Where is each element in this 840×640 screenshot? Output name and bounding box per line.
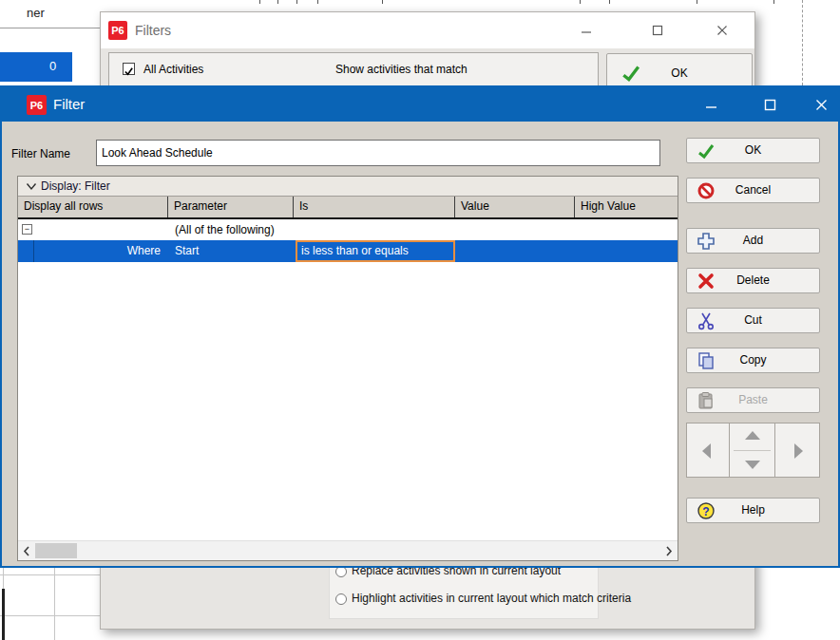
minimize-icon[interactable] (569, 16, 603, 45)
background-gridline (0, 615, 100, 616)
arrow-down-icon (745, 461, 760, 469)
check-icon (124, 66, 134, 77)
move-up-down-button[interactable] (729, 423, 775, 478)
background-tick (609, 0, 610, 4)
p6-app-icon: P6 (27, 95, 47, 115)
highlight-activities-label: Highlight activities in current layout w… (352, 592, 631, 605)
background-tick (317, 0, 318, 4)
grid-row-group[interactable]: − (All of the following) (18, 219, 678, 240)
scissors-icon (697, 311, 716, 330)
filter-dialog-title: Filter (53, 96, 85, 112)
copy-button[interactable]: Copy (686, 348, 820, 373)
background-tick (277, 0, 278, 4)
divider (734, 450, 771, 451)
background-tick (773, 0, 774, 4)
close-icon[interactable] (705, 16, 739, 45)
filter-dialog: P6 Filter Filter Name Display: Filter Di… (0, 85, 840, 568)
background-gridline (0, 28, 101, 28)
column-header-parameter[interactable]: Parameter (168, 197, 294, 217)
criteria-parameter-cell[interactable]: Start (175, 240, 199, 262)
arrow-right-icon (794, 443, 803, 459)
filters-dialog-title: Filters (135, 23, 171, 38)
filters-column-header: Show activities that match (335, 63, 468, 76)
background-gridline (0, 574, 100, 575)
background-tick (259, 0, 260, 4)
filters-dialog-titlebar[interactable]: P6 Filters (101, 12, 754, 48)
clipboard-icon (697, 391, 716, 410)
background-tick (580, 0, 581, 4)
display-options-bar[interactable]: Display: Filter (18, 177, 678, 197)
close-icon[interactable] (800, 87, 840, 122)
help-icon: ? (697, 501, 716, 520)
background-cell-value: 0 (49, 59, 56, 73)
background-tick (296, 0, 297, 4)
paste-button[interactable]: Paste (686, 387, 820, 413)
horizontal-scrollbar[interactable] (18, 540, 678, 560)
column-header-is[interactable]: Is (294, 197, 455, 217)
check-icon (697, 141, 716, 160)
grid-header-row: Display all rows Parameter Is Value High… (18, 197, 678, 219)
cut-button[interactable]: Cut (686, 308, 820, 333)
arrow-left-icon (702, 443, 711, 459)
row-indent-separator (33, 240, 34, 262)
arrow-up-icon (745, 431, 760, 440)
group-condition-label: (All of the following) (175, 219, 275, 240)
red-x-icon (697, 272, 716, 291)
scrollbar-thumb[interactable] (35, 543, 77, 558)
maximize-icon[interactable] (640, 16, 675, 45)
chevron-down-icon (26, 182, 37, 191)
background-tick (382, 0, 383, 4)
filter-dialog-titlebar[interactable]: P6 Filter (2, 87, 838, 122)
filter-criteria-grid: Display: Filter Display all rows Paramet… (17, 176, 678, 561)
criteria-is-cell-selected[interactable]: is less than or equals (296, 240, 455, 262)
move-left-button[interactable] (686, 423, 730, 478)
column-header-value[interactable]: Value (455, 197, 575, 217)
background-dashed-gridline (802, 0, 803, 85)
ok-button[interactable]: OK (686, 138, 820, 163)
column-header-high-value[interactable]: High Value (575, 197, 678, 217)
help-button[interactable]: ? Help (686, 498, 820, 523)
svg-text:?: ? (702, 505, 709, 518)
all-activities-label: All Activities (143, 63, 203, 76)
filter-name-label: Filter Name (11, 147, 70, 160)
column-header-display-all-rows[interactable]: Display all rows (18, 197, 168, 217)
plus-icon (697, 232, 716, 251)
scroll-left-icon[interactable] (18, 541, 35, 560)
check-icon (620, 63, 641, 84)
criteria-where-cell[interactable]: Where (56, 240, 161, 262)
background-gridline (54, 566, 55, 640)
no-entry-icon (697, 181, 716, 200)
highlight-activities-radio[interactable] (335, 593, 347, 605)
grid-row-criteria-selected[interactable]: Where Start is less than or equals (18, 240, 678, 262)
display-bar-label: Display: Filter (41, 179, 110, 193)
filter-name-input[interactable] (96, 140, 660, 166)
minimize-icon[interactable] (690, 87, 732, 122)
collapse-expander-icon[interactable]: − (22, 224, 32, 235)
move-right-button[interactable] (774, 423, 820, 478)
background-partial-header: ner (27, 6, 45, 20)
add-button[interactable]: Add (686, 228, 820, 254)
maximize-icon[interactable] (749, 87, 791, 122)
row-navigation-group (686, 423, 820, 478)
p6-app-icon: P6 (108, 21, 127, 40)
cancel-button[interactable]: Cancel (686, 178, 820, 203)
delete-button[interactable]: Delete (686, 268, 820, 293)
background-cursor-bar (2, 589, 5, 640)
all-activities-checkbox[interactable] (123, 63, 135, 75)
copy-documents-icon (697, 351, 716, 370)
background-selected-row[interactable]: 0 (0, 52, 72, 82)
scroll-right-icon[interactable] (660, 541, 678, 560)
background-tick (697, 0, 697, 4)
